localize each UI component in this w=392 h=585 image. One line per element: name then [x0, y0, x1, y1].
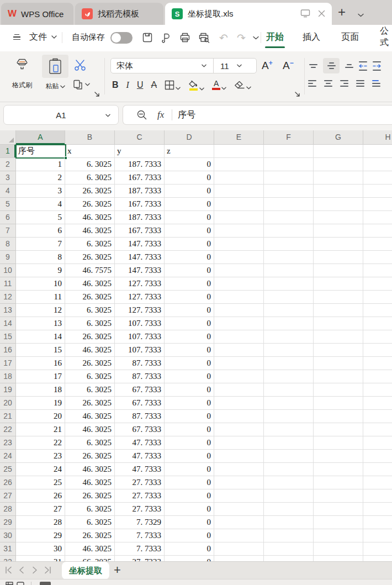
cell-C30[interactable]: 7. 7333	[115, 529, 165, 542]
cell-B4[interactable]: 26. 3025	[65, 185, 115, 198]
cell-G27[interactable]	[314, 489, 363, 503]
cell-G1[interactable]	[314, 145, 363, 158]
last-sheet-button[interactable]	[43, 566, 52, 575]
cell-H12[interactable]	[363, 291, 392, 304]
font-color-button[interactable]: A	[212, 80, 226, 90]
cell-C22[interactable]: 67. 7333	[115, 423, 165, 436]
cell-E26[interactable]	[214, 476, 264, 489]
cell-E29[interactable]	[214, 516, 264, 529]
view-mode-icon[interactable]	[6, 582, 13, 585]
cell-H5[interactable]	[363, 198, 392, 211]
wrap-text-button[interactable]	[372, 80, 380, 87]
cell-F2[interactable]	[264, 158, 314, 171]
cell-G6[interactable]	[314, 211, 363, 224]
cell-D24[interactable]: 0	[165, 450, 214, 463]
cell-D17[interactable]: 0	[165, 357, 214, 370]
cell-H13[interactable]	[363, 304, 392, 317]
cell-B13[interactable]: 6. 3025	[65, 304, 115, 317]
print-preview-button[interactable]	[197, 30, 211, 45]
cell-E2[interactable]	[214, 158, 264, 171]
cell-D12[interactable]: 0	[165, 291, 214, 304]
align-bottom-button[interactable]	[345, 64, 353, 68]
row-header-10[interactable]: 10	[0, 264, 16, 277]
cell-F7[interactable]	[264, 224, 314, 238]
cell-C23[interactable]: 47. 7333	[115, 436, 165, 450]
font-size-chevron-icon[interactable]	[237, 64, 242, 67]
cell-A9[interactable]: 8	[16, 251, 65, 264]
next-sheet-button[interactable]	[31, 566, 39, 575]
cell-B9[interactable]: 26. 3025	[65, 251, 115, 264]
cell-G32[interactable]	[314, 556, 363, 561]
status-grid-icon[interactable]	[40, 582, 51, 585]
font-size-select[interactable]: 11	[214, 61, 237, 71]
cell-A26[interactable]: 25	[16, 476, 65, 489]
cell-H3[interactable]	[363, 171, 392, 185]
cell-H23[interactable]	[363, 436, 392, 450]
cell-H11[interactable]	[363, 277, 392, 291]
eraser-button[interactable]	[234, 81, 251, 89]
tab-list-chevron-icon[interactable]	[358, 9, 364, 19]
cell-B28[interactable]: 6. 3025	[65, 503, 115, 516]
cell-C31[interactable]: 7. 7333	[115, 542, 165, 556]
cell-H20[interactable]	[363, 397, 392, 410]
cell-B21[interactable]: 46. 3025	[65, 410, 115, 423]
cell-G11[interactable]	[314, 277, 363, 291]
cell-C25[interactable]: 47. 7333	[115, 463, 165, 476]
cell-C12[interactable]: 127. 7333	[115, 291, 165, 304]
cut-button[interactable]	[73, 59, 87, 74]
cell-E3[interactable]	[214, 171, 264, 185]
cell-G24[interactable]	[314, 450, 363, 463]
cell-D31[interactable]: 0	[165, 542, 214, 556]
cell-E4[interactable]	[214, 185, 264, 198]
bold-button[interactable]: B	[112, 80, 119, 90]
new-tab-button[interactable]: +	[338, 6, 346, 18]
window-tab-docer[interactable]: 找稻壳模板	[75, 3, 163, 25]
cell-G21[interactable]	[314, 410, 363, 423]
window-tab-active-document[interactable]: S 坐标提取.xls	[165, 3, 332, 25]
borders-button[interactable]	[165, 80, 181, 90]
cell-C13[interactable]: 127. 7333	[115, 304, 165, 317]
cell-G10[interactable]	[314, 264, 363, 277]
cell-C28[interactable]: 27. 7333	[115, 503, 165, 516]
col-header-B[interactable]: B	[65, 130, 115, 145]
cell-F17[interactable]	[264, 357, 314, 370]
monitor-icon[interactable]	[300, 9, 310, 19]
cell-H31[interactable]	[363, 542, 392, 556]
cell-C14[interactable]: 107. 7333	[115, 317, 165, 330]
cell-E25[interactable]	[214, 463, 264, 476]
cell-C8[interactable]: 147. 7333	[115, 238, 165, 251]
cell-C1[interactable]: y	[115, 145, 165, 158]
cell-B17[interactable]: 26. 3025	[65, 357, 115, 370]
decrease-indent-button[interactable]	[359, 61, 367, 71]
zoom-search-icon[interactable]	[136, 109, 147, 120]
cell-B8[interactable]: 6. 3025	[65, 238, 115, 251]
cell-H18[interactable]	[363, 370, 392, 383]
cell-B18[interactable]: 6. 3025	[65, 370, 115, 383]
cell-A19[interactable]: 18	[16, 383, 65, 397]
cell-H16[interactable]	[363, 344, 392, 357]
col-header-E[interactable]: E	[214, 130, 264, 145]
cell-D11[interactable]: 0	[165, 277, 214, 291]
cell-F6[interactable]	[264, 211, 314, 224]
cell-F26[interactable]	[264, 476, 314, 489]
row-header-7[interactable]: 7	[0, 224, 16, 238]
cell-F16[interactable]	[264, 344, 314, 357]
align-middle-button[interactable]	[323, 58, 340, 73]
cell-E12[interactable]	[214, 291, 264, 304]
cell-E32[interactable]	[214, 556, 264, 561]
cell-A30[interactable]: 29	[16, 529, 65, 542]
cell-F19[interactable]	[264, 383, 314, 397]
row-header-3[interactable]: 3	[0, 171, 16, 185]
cell-G28[interactable]	[314, 503, 363, 516]
cell-B20[interactable]: 26. 3025	[65, 397, 115, 410]
cell-G14[interactable]	[314, 317, 363, 330]
cell-E31[interactable]	[214, 542, 264, 556]
cell-G8[interactable]	[314, 238, 363, 251]
cell-G13[interactable]	[314, 304, 363, 317]
cell-C2[interactable]: 187. 7333	[115, 158, 165, 171]
cell-C10[interactable]: 147. 7333	[115, 264, 165, 277]
align-right-button[interactable]	[340, 80, 348, 87]
cell-E21[interactable]	[214, 410, 264, 423]
cell-D21[interactable]: 0	[165, 410, 214, 423]
cell-C29[interactable]: 7. 7329	[115, 516, 165, 529]
